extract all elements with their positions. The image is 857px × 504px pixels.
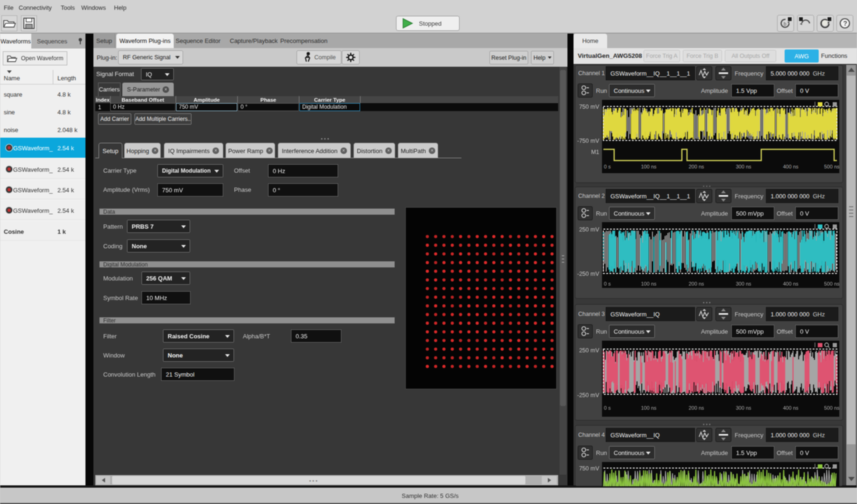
svg-text:100 ns: 100 ns — [641, 405, 657, 411]
svg-text:0 s: 0 s — [604, 164, 611, 169]
svg-text:300 ns: 300 ns — [736, 164, 751, 169]
svg-text:400 ns: 400 ns — [783, 164, 799, 169]
svg-text:?: ? — [843, 20, 848, 27]
svg-text:500 ns: 500 ns — [824, 281, 839, 287]
svg-text:200 ns: 200 ns — [688, 281, 704, 287]
svg-text:0 s: 0 s — [604, 405, 611, 411]
svg-text:b: b — [784, 21, 786, 27]
svg-text:300 ns: 300 ns — [736, 281, 751, 287]
svg-text:0 s: 0 s — [604, 281, 611, 287]
svg-text:500 ns: 500 ns — [824, 164, 839, 169]
svg-text:200 ns: 200 ns — [688, 405, 704, 411]
svg-text:500 ns: 500 ns — [824, 405, 839, 411]
svg-text:300 ns: 300 ns — [736, 405, 751, 411]
svg-text:400 ns: 400 ns — [783, 405, 799, 411]
svg-text:400 ns: 400 ns — [783, 281, 799, 287]
svg-text:100 ns: 100 ns — [641, 281, 657, 287]
svg-text:100 ns: 100 ns — [641, 164, 657, 169]
svg-text:200 ns: 200 ns — [688, 164, 704, 169]
